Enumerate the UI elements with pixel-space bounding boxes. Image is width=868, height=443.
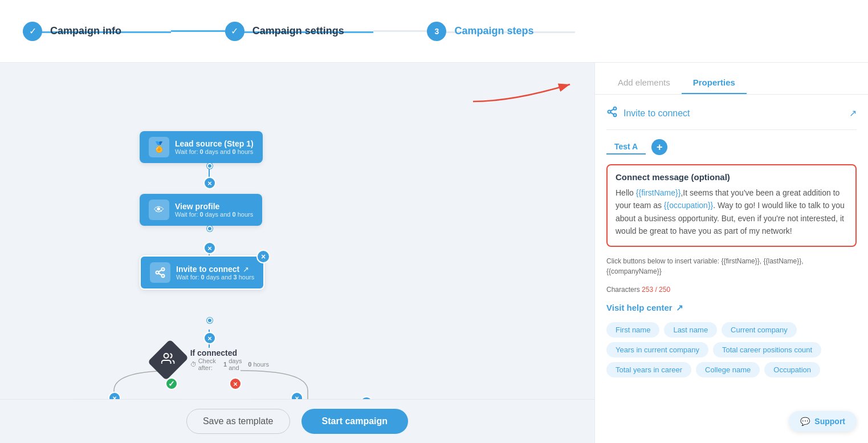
variable-buttons: First name Last name Current company Yea… <box>606 322 857 377</box>
canvas-area: 🏅 Lead source (Step 1) Wait for: 0 days … <box>0 63 594 443</box>
info-text: Click buttons below to insert variable: … <box>606 256 857 277</box>
step3-label: Campaign steps <box>454 25 533 37</box>
var-btn-college[interactable]: College name <box>696 362 760 377</box>
remove-btn-left[interactable]: × <box>108 392 121 399</box>
save-template-button[interactable]: Save as template <box>186 409 290 434</box>
var-btn-firstname[interactable]: First name <box>606 322 659 338</box>
invite-connect-icon <box>150 262 170 283</box>
if-connected-node[interactable]: If connected ⏱ Check after: 1 days and 0… <box>155 344 269 376</box>
start-campaign-button[interactable]: Start campaign <box>301 409 409 434</box>
invite-connect-title: Invite to connect <box>176 265 239 274</box>
svg-line-11 <box>158 273 162 275</box>
svg-line-18 <box>610 109 614 111</box>
svg-point-9 <box>156 271 159 274</box>
view-profile-icon: 👁 <box>149 200 169 220</box>
invite-connect-node[interactable]: Invite to connect ↗ Wait for: 0 days and… <box>140 255 264 290</box>
svg-point-10 <box>162 274 165 277</box>
invite-connect-subtitle: Wait for: 0 days and 3 hours <box>176 274 254 281</box>
step2-label: Campaign settings <box>252 25 344 37</box>
firstname-variable: {{firstName}} <box>636 188 681 197</box>
help-external-icon: ↗ <box>676 303 683 313</box>
dot-3 <box>207 318 213 323</box>
connector-1 <box>171 30 225 32</box>
tab-properties[interactable]: Properties <box>682 72 747 94</box>
lead-source-icon: 🏅 <box>149 137 169 157</box>
lead-source-node[interactable]: 🏅 Lead source (Step 1) Wait for: 0 days … <box>140 131 263 163</box>
view-profile-subtitle: Wait for: 0 days and 0 hours <box>175 211 253 218</box>
add-test-button[interactable]: + <box>651 139 667 155</box>
dot-2 <box>207 226 213 231</box>
svg-point-14 <box>614 107 617 110</box>
support-button[interactable]: 💬 Support <box>789 411 857 432</box>
lead-source-subtitle: Wait for: 0 days and 0 hours <box>175 148 254 155</box>
if-connected-diamond <box>148 339 189 380</box>
step1-check-icon: ✓ <box>23 22 42 41</box>
invite-to-connect-label: Invite to connect <box>624 108 843 119</box>
char-count: Characters 253 / 250 <box>606 286 857 294</box>
connect-message-box: Connect message (optional) Hello {{first… <box>606 164 857 247</box>
remove-btn-1[interactable]: × <box>203 177 216 189</box>
invite-to-connect-row[interactable]: Invite to connect ↗ <box>606 106 857 130</box>
app-container: ✓ Campaign info ✓ Campaign settings 3 Ca… <box>0 0 868 443</box>
main-content: 🏅 Lead source (Step 1) Wait for: 0 days … <box>0 63 868 443</box>
tab-add-elements[interactable]: Add elements <box>606 72 682 94</box>
support-chat-icon: 💬 <box>800 417 810 426</box>
svg-line-17 <box>610 112 614 114</box>
connect-message-label: Connect message (optional) <box>608 165 855 186</box>
step1-label: Campaign info <box>50 25 121 37</box>
var-btn-current-company[interactable]: Current company <box>722 322 797 338</box>
occupation-variable: {{occupation}} <box>664 201 713 210</box>
svg-point-15 <box>608 111 611 113</box>
visit-help-center-link[interactable]: Visit help center ↗ <box>606 303 857 313</box>
test-tabs: Test A + <box>606 139 857 155</box>
var-btn-lastname[interactable]: Last name <box>664 322 717 338</box>
panel-tabs: Add elements Properties <box>595 63 868 95</box>
support-label: Support <box>814 417 845 426</box>
flow-container: 🏅 Lead source (Step 1) Wait for: 0 days … <box>0 63 594 399</box>
invite-ext-icon: ↗ <box>849 108 857 119</box>
var-btn-career-positions[interactable]: Total career positions count <box>713 342 821 357</box>
connect-message-content[interactable]: Hello {{firstName}},It seems that you've… <box>608 186 855 246</box>
wizard-nav: ✓ Campaign info ✓ Campaign settings 3 Ca… <box>0 0 868 63</box>
if-connected-yes: ✓ <box>165 377 178 390</box>
step2-check-icon: ✓ <box>225 22 244 41</box>
invite-share-icon <box>606 106 618 120</box>
test-a-tab[interactable]: Test A <box>606 140 646 155</box>
wizard-step-campaign-steps[interactable]: 3 Campaign steps <box>427 22 575 41</box>
view-profile-title: View profile <box>175 202 253 211</box>
svg-point-8 <box>162 268 165 271</box>
svg-line-12 <box>158 270 162 271</box>
connector-2 <box>373 30 427 32</box>
panel-body: Invite to connect ↗ Test A + Connect mes… <box>595 95 868 443</box>
svg-point-13 <box>164 353 169 357</box>
remove-btn-3[interactable]: × <box>203 332 216 344</box>
remove-btn-2[interactable]: × <box>203 242 216 254</box>
wizard-step-campaign-info[interactable]: ✓ Campaign info <box>23 22 171 41</box>
view-profile-node[interactable]: 👁 View profile Wait for: 0 days and 0 ho… <box>140 194 262 226</box>
invite-connect-remove[interactable]: × <box>256 250 270 263</box>
var-btn-occupation[interactable]: Occupation <box>764 362 820 377</box>
var-btn-total-years[interactable]: Total years in career <box>606 362 691 377</box>
right-panel: Add elements Properties <box>594 63 868 443</box>
inmail-remove[interactable]: × <box>360 396 373 399</box>
bottom-bar: Save as template Start campaign <box>0 399 594 443</box>
if-connected-no: × <box>229 377 242 390</box>
dot-1 <box>207 163 213 169</box>
remove-btn-right[interactable]: × <box>291 392 303 399</box>
step3-number-icon: 3 <box>427 22 446 41</box>
lead-source-title: Lead source (Step 1) <box>175 139 254 148</box>
svg-point-16 <box>614 113 617 116</box>
wizard-step-campaign-settings[interactable]: ✓ Campaign settings <box>225 22 373 41</box>
var-btn-years-current[interactable]: Years in current company <box>606 342 708 357</box>
flow-svg <box>0 63 594 399</box>
